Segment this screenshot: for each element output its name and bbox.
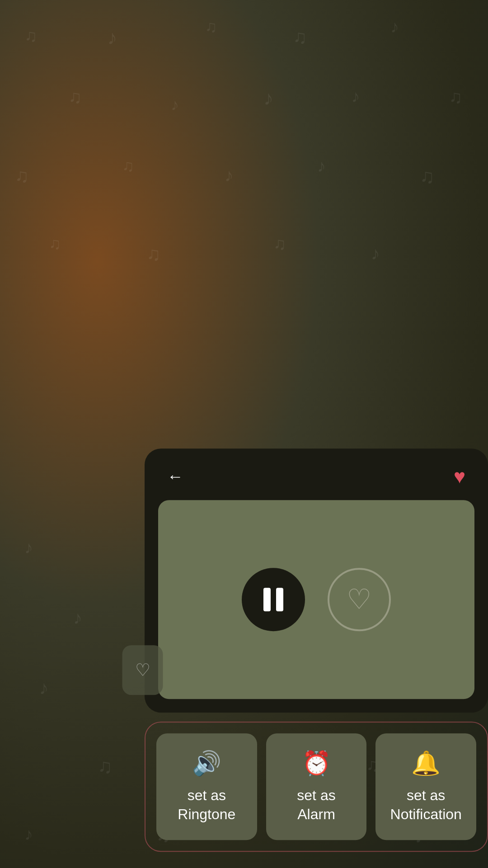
like-button[interactable]: ♡ [328, 568, 391, 631]
favorite-button[interactable]: ♥ [454, 467, 465, 486]
ringtone-icon: 🔊 [192, 750, 221, 777]
set-as-alarm-button[interactable]: ⏰set as Alarm [266, 733, 367, 840]
card-header: ← ♥ [145, 448, 488, 495]
pause-icon [263, 588, 283, 611]
set-as-ringtone-button[interactable]: 🔊set as Ringtone [156, 733, 257, 840]
alarm-label: set as Alarm [297, 786, 335, 824]
pause-button[interactable] [242, 568, 305, 631]
album-art: ♡ [158, 500, 474, 699]
player-card: ← ♥ ♡ [145, 448, 488, 712]
notification-icon: 🔔 [411, 750, 441, 777]
pause-bar-left [263, 588, 271, 611]
side-heart-icon: ♡ [135, 660, 150, 680]
notification-label: set as Notification [390, 786, 462, 824]
back-button[interactable]: ← [167, 468, 183, 485]
action-buttons-container: 🔊set as Ringtone⏰set as Alarm🔔set as Not… [145, 722, 488, 852]
side-floating-card: ♡ [122, 645, 163, 695]
set-as-notification-button[interactable]: 🔔set as Notification [375, 733, 476, 840]
heart-outline-icon: ♡ [347, 585, 372, 613]
alarm-icon: ⏰ [302, 750, 331, 777]
pause-bar-right [276, 588, 283, 611]
main-content: ♡ ← ♥ ♡ 🔊set as Ringtone⏰set [145, 448, 488, 852]
ringtone-label: set as Ringtone [178, 786, 235, 824]
